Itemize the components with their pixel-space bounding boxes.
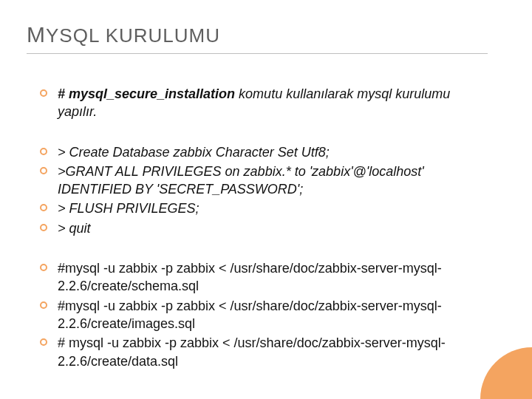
- list-item-text: # mysql_secure_installation komutu kulla…: [58, 85, 488, 121]
- list-item: > Create Database zabbix Character Set U…: [40, 143, 488, 161]
- bullet-icon: [40, 204, 47, 211]
- text-run: # mysql -u zabbix -p zabbix < /usr/share…: [58, 335, 446, 368]
- page-title: MYSQL KURULUMU: [27, 22, 488, 54]
- list-item: # mysql -u zabbix -p zabbix < /usr/share…: [40, 334, 488, 370]
- list-item: > FLUSH PRIVILEGES;: [40, 200, 488, 217]
- list-item-text: > quit: [58, 219, 488, 237]
- list-item-text: #mysql -u zabbix -p zabbix < /usr/share/…: [58, 297, 488, 333]
- bullet-icon: [40, 301, 47, 309]
- text-run: > Create Database zabbix Character Set U…: [58, 145, 330, 160]
- bullet-group: > Create Database zabbix Character Set U…: [40, 143, 488, 237]
- slide: MYSQL KURULUMU # mysql_secure_installati…: [0, 0, 532, 399]
- title-part-3: KURULUMU: [99, 24, 220, 47]
- text-run: > quit: [58, 221, 91, 236]
- title-cap-1: M: [27, 22, 46, 47]
- list-item-text: # mysql -u zabbix -p zabbix < /usr/share…: [58, 334, 488, 370]
- list-item-text: > Create Database zabbix Character Set U…: [58, 143, 488, 161]
- bullet-icon: [40, 148, 47, 155]
- list-item: # mysql_secure_installation komutu kulla…: [40, 85, 488, 121]
- decorative-corner-circle: [480, 347, 532, 399]
- text-run: > FLUSH PRIVILEGES;: [58, 201, 200, 216]
- list-item-text: >GRANT ALL PRIVILEGES on zabbix.* to 'za…: [58, 163, 488, 199]
- list-item-text: > FLUSH PRIVILEGES;: [58, 200, 488, 217]
- text-run: # mysql_secure_installation: [58, 86, 235, 101]
- bullet-group: #mysql -u zabbix -p zabbix < /usr/share/…: [40, 259, 488, 370]
- content-area: # mysql_secure_installation komutu kulla…: [27, 85, 488, 370]
- text-run: #mysql -u zabbix -p zabbix < /usr/share/…: [58, 261, 442, 293]
- bullet-icon: [40, 264, 47, 271]
- bullet-icon: [40, 89, 47, 97]
- list-item: >GRANT ALL PRIVILEGES on zabbix.* to 'za…: [40, 163, 488, 199]
- text-run: #mysql -u zabbix -p zabbix < /usr/share/…: [58, 299, 442, 331]
- list-item: #mysql -u zabbix -p zabbix < /usr/share/…: [40, 259, 488, 296]
- list-item: > quit: [40, 219, 488, 237]
- title-part-2: YSQL: [46, 24, 99, 47]
- list-item: #mysql -u zabbix -p zabbix < /usr/share/…: [40, 297, 488, 333]
- bullet-icon: [40, 167, 47, 174]
- bullet-group: # mysql_secure_installation komutu kulla…: [40, 85, 488, 121]
- list-item-text: #mysql -u zabbix -p zabbix < /usr/share/…: [58, 259, 488, 296]
- bullet-icon: [40, 338, 47, 346]
- text-run: >GRANT ALL PRIVILEGES on zabbix.* to 'za…: [58, 164, 424, 197]
- bullet-icon: [40, 224, 47, 231]
